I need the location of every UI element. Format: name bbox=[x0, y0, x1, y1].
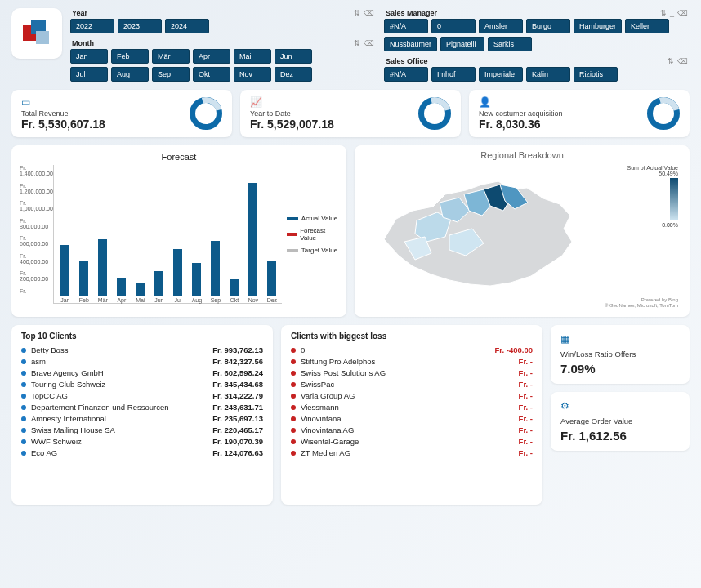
list-item[interactable]: VinovintanaFr. - bbox=[291, 414, 533, 423]
list-item[interactable]: Brave Agency GmbHFr. 602,598.24 bbox=[21, 368, 263, 377]
list-item[interactable]: Vinovintana AGFr. - bbox=[291, 425, 533, 434]
filter-chip[interactable]: Aug bbox=[111, 67, 149, 82]
bullet-icon bbox=[291, 382, 296, 387]
filter-chip[interactable]: Keller bbox=[625, 19, 669, 33]
filter-chip[interactable]: Nov bbox=[234, 67, 271, 82]
filter-chip[interactable]: 0 bbox=[431, 19, 476, 33]
bar[interactable] bbox=[60, 245, 69, 296]
list-item[interactable]: Swiss Mailing House SAFr. 220,465.17 bbox=[21, 425, 263, 434]
sliders-icon: ⚙ bbox=[560, 400, 680, 412]
list-item[interactable]: Touring Club SchweizFr. 345,434.68 bbox=[21, 380, 263, 389]
list-item[interactable]: ViessmannFr. - bbox=[291, 403, 533, 412]
bar[interactable] bbox=[211, 241, 220, 296]
filter-manager-title: Sales Manager bbox=[386, 9, 437, 17]
filter-chip[interactable]: 2022 bbox=[70, 19, 114, 33]
bullet-icon bbox=[21, 416, 26, 421]
list-item[interactable]: Wisental-GarageFr. - bbox=[291, 437, 533, 446]
filter-chip[interactable]: Jul bbox=[70, 67, 108, 82]
filter-chip[interactable]: Burgo bbox=[526, 19, 570, 33]
list-item[interactable]: Varia Group AGFr. - bbox=[291, 391, 533, 400]
brand-logo bbox=[11, 8, 62, 59]
bar[interactable] bbox=[117, 278, 126, 296]
filter-chip[interactable]: Feb bbox=[111, 49, 149, 64]
clear-filter-icon[interactable]: ⌫ bbox=[677, 57, 688, 65]
filter-chip[interactable]: Sep bbox=[152, 67, 190, 82]
bar[interactable] bbox=[79, 261, 88, 296]
list-item[interactable]: Eco AGFr. 124,076.63 bbox=[21, 448, 263, 457]
list-item[interactable]: asmFr. 842,327.56 bbox=[21, 357, 263, 366]
forecast-chart[interactable]: Forecast Fr. 1,400,000.00Fr. 1,200,000.0… bbox=[11, 145, 346, 317]
filter-chip[interactable]: Mai bbox=[234, 49, 271, 64]
bar[interactable] bbox=[267, 261, 276, 296]
list-item[interactable]: Stiftung Pro AdelphosFr. - bbox=[291, 357, 533, 366]
bullet-icon bbox=[291, 394, 296, 399]
clear-filter-icon[interactable]: ⌫ bbox=[677, 9, 688, 17]
sort-icon[interactable]: ⇅ bbox=[660, 9, 667, 17]
bullet-icon bbox=[291, 405, 296, 410]
filter-chip[interactable]: Pignatelli bbox=[440, 37, 484, 51]
bar[interactable] bbox=[98, 239, 107, 296]
filter-chip[interactable]: Hamburger bbox=[574, 19, 622, 33]
filter-month-title: Month bbox=[72, 39, 94, 47]
switzerland-map bbox=[368, 162, 588, 301]
bullet-icon bbox=[21, 439, 26, 444]
filter-chip[interactable]: Jan bbox=[70, 49, 108, 64]
filter-chip[interactable]: Nussbaumer bbox=[384, 37, 437, 51]
filter-chip[interactable]: 2023 bbox=[118, 19, 162, 33]
filter-chip[interactable]: 2024 bbox=[165, 19, 209, 33]
filter-chip[interactable]: Jun bbox=[275, 49, 312, 64]
bullet-icon bbox=[291, 359, 296, 364]
filter-chip[interactable]: Apr bbox=[193, 49, 230, 64]
money-icon: ▭ bbox=[21, 96, 105, 108]
list-item[interactable]: SwissPacFr. - bbox=[291, 380, 533, 389]
filter-office-title: Sales Office bbox=[386, 57, 428, 65]
filter-year-title: Year bbox=[72, 9, 87, 17]
filter-month: Month ⇅⌫ JanFebMärAprMaiJunJulAugSepOktN… bbox=[70, 38, 376, 82]
list-item[interactable]: Betty BossiFr. 993,762.13 bbox=[21, 345, 263, 354]
filter-chip[interactable]: #N/A bbox=[384, 67, 428, 82]
filter-chip[interactable]: Sarkis bbox=[488, 37, 532, 51]
sort-icon[interactable]: ⇅ bbox=[668, 57, 674, 65]
regional-map[interactable]: Regional Breakdown Sum of Actual Value 5… bbox=[355, 145, 690, 317]
clear-filter-icon[interactable]: ⌫ bbox=[364, 39, 374, 47]
bar[interactable] bbox=[192, 263, 201, 296]
filter-chip[interactable]: #N/A bbox=[384, 19, 428, 33]
list-item[interactable]: 0Fr. -400.00 bbox=[291, 345, 533, 354]
minimize-icon[interactable]: _ bbox=[670, 9, 674, 17]
bullet-icon bbox=[291, 439, 296, 444]
filter-manager: Sales Manager ⇅_⌫ #N/A0AmslerBurgoHambur… bbox=[384, 8, 690, 51]
list-item[interactable]: TopCC AGFr. 314,222.79 bbox=[21, 391, 263, 400]
bullet-icon bbox=[21, 428, 26, 433]
bar[interactable] bbox=[173, 249, 182, 296]
filter-chip[interactable]: Amsler bbox=[479, 19, 523, 33]
sort-icon[interactable]: ⇅ bbox=[354, 9, 360, 17]
filter-year: Year ⇅⌫ 202220232024 bbox=[70, 8, 376, 33]
kpi-ytd: 📈 Year to Date Fr. 5,529,007.18 bbox=[240, 90, 461, 137]
list-item[interactable]: WWF SchweizFr. 190,070.39 bbox=[21, 437, 263, 446]
trend-icon: 📈 bbox=[250, 96, 334, 108]
list-item[interactable]: Swiss Post Solutions AGFr. - bbox=[291, 368, 533, 377]
filter-chip[interactable]: Okt bbox=[193, 67, 230, 82]
clear-filter-icon[interactable]: ⌫ bbox=[364, 9, 374, 17]
list-item[interactable]: Amnesty InternationalFr. 235,697.13 bbox=[21, 414, 263, 423]
bullet-icon bbox=[21, 382, 26, 387]
clipboard-icon: ▦ bbox=[560, 333, 680, 345]
bar[interactable] bbox=[154, 271, 163, 296]
bullet-icon bbox=[291, 348, 296, 353]
bar[interactable] bbox=[136, 283, 145, 296]
filter-chip[interactable]: Kälin bbox=[526, 67, 570, 82]
list-item[interactable]: Departement Finanzen und RessourcenFr. 2… bbox=[21, 403, 263, 412]
color-scale bbox=[670, 178, 678, 220]
bullet-icon bbox=[291, 451, 296, 456]
filter-chip[interactable]: Mär bbox=[152, 49, 190, 64]
filter-chip[interactable]: Riziotis bbox=[574, 67, 618, 82]
bar[interactable] bbox=[248, 183, 257, 296]
bullet-icon bbox=[21, 359, 26, 364]
filter-chip[interactable]: Imhof bbox=[431, 67, 476, 82]
bar[interactable] bbox=[230, 279, 239, 296]
filter-chip[interactable]: Imperiale bbox=[479, 67, 523, 82]
sort-icon[interactable]: ⇅ bbox=[354, 39, 360, 47]
list-item[interactable]: ZT Medien AGFr. - bbox=[291, 448, 533, 457]
bullet-icon bbox=[21, 348, 26, 353]
filter-chip[interactable]: Dez bbox=[275, 67, 312, 82]
